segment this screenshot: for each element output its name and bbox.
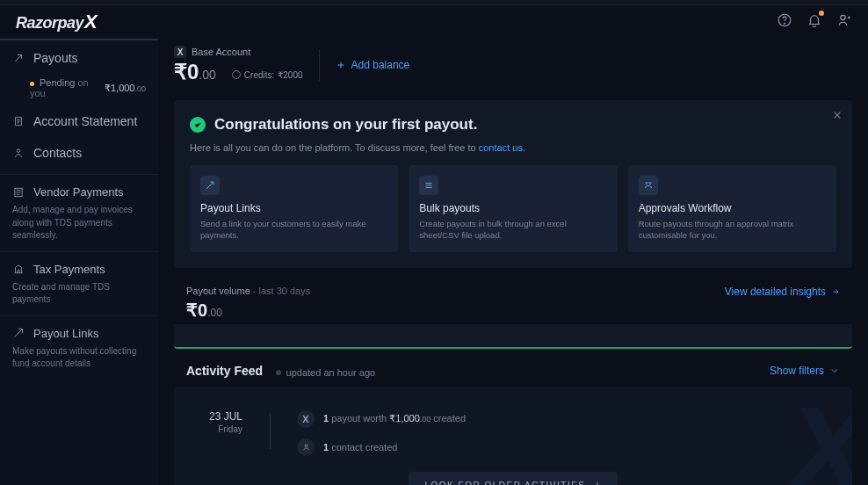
sidebar-item-payouts[interactable]: Payouts [0,42,158,74]
pending-amount: ₹1,000 [105,83,135,93]
credits-label: Credits: [244,70,274,80]
x-badge-icon: X [297,410,315,428]
feed-event-payout[interactable]: X 1 payout worth ₹1,000.00 created [297,410,836,428]
volume-range: - last 30 days [250,286,310,296]
activity-header: Activity Feed updated an hour ago Show f… [169,349,857,387]
tax-desc: Create and manage TDS payments [12,281,146,307]
activity-feed: X 23 JUL Friday X 1 payout worth ₹1,000.… [174,387,852,485]
activity-updated: updated an hour ago [286,367,376,378]
tile-bulk-payouts[interactable]: Bulk payouts Create payouts in bulk thro… [409,165,617,252]
event-count: 1 [323,442,329,452]
credits-value: ₹2000 [278,70,302,80]
sidebar-item-tax-payments[interactable]: Tax Payments Create and manage TDS payme… [0,251,158,310]
congrats-title: Congratulations on your first payout. [214,116,477,134]
congrats-card: Congratulations on your first payout. He… [174,100,852,268]
volume-dec: .00 [207,307,222,319]
payout-links-desc: Make payouts without collecting fund acc… [12,345,146,371]
tile-payout-links[interactable]: Payout Links Send a link to your custome… [190,165,398,252]
balance-dec: .00 [199,68,215,82]
view-insights-link[interactable]: View detailed insights [725,286,840,298]
payout-volume-row: Payout volume - last 30 days ₹0.00 View … [169,280,857,324]
event-count: 1 [323,413,329,423]
svg-point-6 [646,183,647,185]
account-x-icon: X [174,46,186,58]
pending-dot-icon [30,82,34,86]
vendor-desc: Add, manage and pay invoices along with … [12,204,146,242]
base-account-label: Base Account [192,47,250,57]
close-icon[interactable] [831,109,843,121]
event-suffix: created [433,413,466,423]
sidebar-item-payout-links[interactable]: Payout Links Make payouts without collec… [0,315,158,374]
tax-label: Tax Payments [33,263,105,276]
volume-figure: ₹0 [186,300,207,320]
feed-event-contact[interactable]: 1 contact created [297,438,836,456]
vendor-label: Vendor Payments [33,185,124,199]
event-text: contact [331,442,362,452]
tile-title: Approvals Workflow [639,202,826,214]
congrats-sub: Here is all you can do on the platform. … [190,142,479,153]
tile-desc: Route payouts through an approval matrix… [639,218,826,242]
svg-point-1 [785,23,785,24]
balance-row: XBase Account ₹0.00 Credits: ₹2000 Add b… [169,39,857,97]
feed-timeline [262,402,278,456]
activity-heading: Activity Feed [186,364,263,378]
event-text: payout worth [331,413,387,423]
person-badge-icon [297,438,315,456]
sidebar-label: Contacts [33,146,82,160]
receipt-icon [12,186,25,199]
vertical-divider [319,49,320,81]
sidebar-label: Account Statement [33,114,137,128]
check-circle-icon [190,117,206,133]
help-icon[interactable] [777,12,792,32]
document-icon [12,115,25,127]
sidebar-sub-pending[interactable]: Pending on you ₹1,000.00 [0,74,158,105]
tile-title: Payout Links [200,202,387,214]
volume-chart-strip [174,324,852,349]
add-balance-button[interactable]: Add balance [336,59,410,71]
brand-suffix: X [84,11,97,33]
tile-desc: Send a link to your customers to easily … [200,218,387,242]
credits-ring-icon [232,70,241,79]
building-icon [12,263,25,275]
event-amount: ₹1,000 [389,413,420,423]
svg-point-4 [17,149,20,153]
payout-links-label: Payout Links [33,327,98,340]
tile-approvals-workflow[interactable]: Approvals Workflow Route payouts through… [628,165,836,252]
profile-icon[interactable] [836,12,852,32]
sidebar: Payouts Pending on you ₹1,000.00 Account… [0,39,158,485]
workflow-icon [639,176,658,195]
event-dec: .00 [420,415,431,423]
svg-point-8 [305,445,307,447]
event-suffix: created [365,442,398,452]
app-header: RazorpayX [0,5,868,39]
sidebar-item-contacts[interactable]: Contacts [0,137,158,169]
link-icon [200,176,220,195]
chevron-down-icon [829,366,840,376]
pending-prefix: Pending [40,77,75,88]
dot-icon [276,370,281,375]
older-label: LOOK FOR OLDER ACTIVITIES [424,481,585,485]
main-content: XBase Account ₹0.00 Credits: ₹2000 Add b… [158,39,868,485]
arrow-up-right-icon [12,52,25,64]
pending-dec: .00 [134,84,146,93]
notifications-icon[interactable] [807,12,822,32]
show-filters-button[interactable]: Show filters [770,365,840,377]
contact-us-link[interactable]: contact us. [479,142,525,153]
balance-figure: ₹0 [174,60,199,83]
older-activities-button[interactable]: LOOK FOR OLDER ACTIVITIES [409,472,617,485]
feed-date-label: 23 JUL [190,410,242,423]
person-icon [12,147,25,159]
arrow-right-icon [831,287,840,296]
send-icon [12,327,25,339]
brand-logo: RazorpayX [16,11,97,33]
plus-icon [336,60,346,70]
notification-dot-icon [819,11,824,16]
sidebar-item-vendor-payments[interactable]: Vendor Payments Add, manage and pay invo… [0,174,158,246]
tile-desc: Create payouts in bulk through an excel … [419,218,606,242]
feed-date: 23 JUL Friday [190,402,242,456]
arrow-down-icon [593,481,602,485]
sidebar-item-account-statement[interactable]: Account Statement [0,105,158,137]
view-insights-label: View detailed insights [725,286,826,298]
volume-label: Payout volume [186,286,250,296]
feed-day-label: Friday [190,424,242,434]
